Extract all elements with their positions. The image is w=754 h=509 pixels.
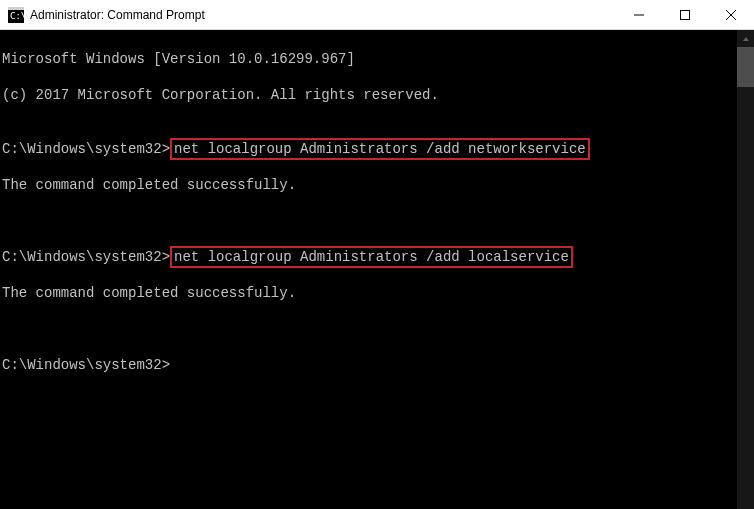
titlebar[interactable]: C:\ Administrator: Command Prompt [0, 0, 754, 30]
window-title: Administrator: Command Prompt [30, 8, 616, 22]
cmd-icon: C:\ [8, 7, 24, 23]
window-controls [616, 0, 754, 29]
copyright-line: (c) 2017 Microsoft Corporation. All righ… [2, 86, 737, 104]
svg-rect-4 [681, 10, 690, 19]
command-2-highlight: net localgroup Administrators /add local… [170, 246, 573, 268]
scroll-up-arrow-icon[interactable] [737, 30, 754, 47]
result-1: The command completed successfully. [2, 176, 737, 194]
prompt-2: C:\Windows\system32> [2, 249, 170, 265]
vertical-scrollbar[interactable] [737, 30, 754, 509]
terminal-area: Microsoft Windows [Version 10.0.16299.96… [0, 30, 754, 509]
prompt-3: C:\Windows\system32> [2, 356, 737, 374]
maximize-button[interactable] [662, 0, 708, 29]
terminal-output[interactable]: Microsoft Windows [Version 10.0.16299.96… [0, 30, 737, 509]
command-prompt-window: C:\ Administrator: Command Prompt Micros… [0, 0, 754, 509]
svg-text:C:\: C:\ [10, 11, 24, 21]
minimize-button[interactable] [616, 0, 662, 29]
scroll-thumb[interactable] [737, 47, 754, 87]
command-line-2: C:\Windows\system32>net localgroup Admin… [2, 248, 737, 266]
command-1-highlight: net localgroup Administrators /add netwo… [170, 138, 590, 160]
result-2: The command completed successfully. [2, 284, 737, 302]
command-line-1: C:\Windows\system32>net localgroup Admin… [2, 140, 737, 158]
prompt-1: C:\Windows\system32> [2, 141, 170, 157]
svg-rect-1 [8, 7, 24, 10]
version-line: Microsoft Windows [Version 10.0.16299.96… [2, 50, 737, 68]
close-button[interactable] [708, 0, 754, 29]
